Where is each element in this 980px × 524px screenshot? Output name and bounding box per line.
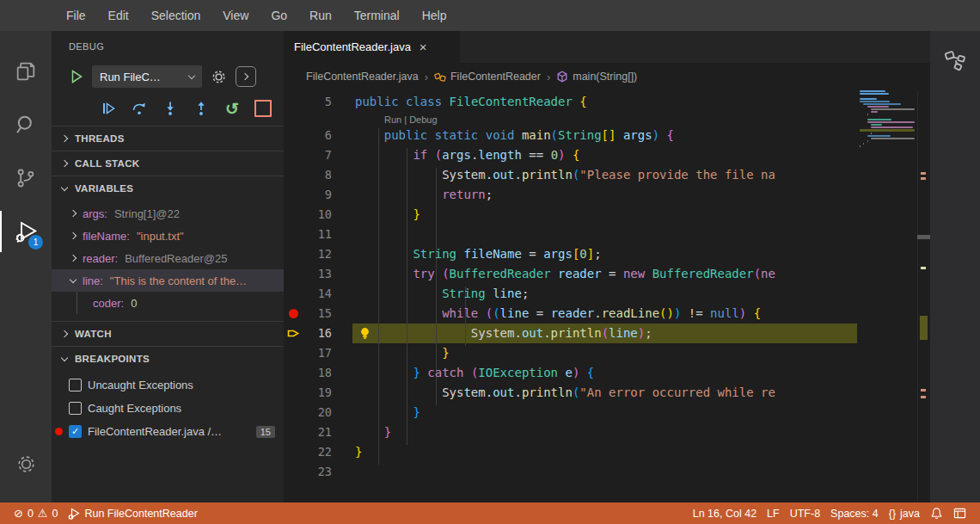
breakpoint-row[interactable]: ✓FileContentReader.java /…15: [52, 420, 284, 443]
debug-settings-gear-icon[interactable]: [211, 69, 227, 85]
code-line[interactable]: 20 }: [284, 403, 930, 422]
code-line[interactable]: 18 } catch (IOException e) {: [284, 363, 930, 383]
code-line[interactable]: 10 }: [284, 205, 930, 225]
scrollbar-thumb[interactable]: [917, 235, 930, 239]
code-line[interactable]: 12 String fileName = args[0];: [284, 244, 930, 264]
menu-view[interactable]: View: [211, 0, 260, 31]
chevron-separator: ›: [425, 71, 428, 83]
notifications-bell[interactable]: [925, 502, 948, 524]
menu-go[interactable]: Go: [260, 0, 298, 31]
editor-group: FileContentReader.java × FileContentRead…: [284, 31, 930, 502]
debug-config-dropdown[interactable]: Run FileC…: [92, 65, 202, 88]
code-line[interactable]: 5public class FileContentReader {: [284, 92, 930, 112]
language-indicator[interactable]: {} java: [884, 502, 925, 524]
variable-row[interactable]: args:String[1]@22: [52, 202, 284, 225]
variable-name: fileName:: [83, 230, 130, 243]
breadcrumb-method[interactable]: main(String[]): [556, 71, 637, 83]
code-line[interactable]: 11: [284, 225, 930, 244]
minimap-line: [871, 133, 872, 134]
section-breakpoints[interactable]: BREAKPOINTS: [52, 346, 284, 371]
hierarchy-icon[interactable]: [942, 48, 968, 74]
breadcrumb-file[interactable]: FileContentReader.java: [306, 71, 419, 83]
code-line[interactable]: 17 }: [284, 343, 930, 363]
variable-row[interactable]: coder:0: [52, 292, 284, 314]
codelens-run-debug[interactable]: Run | Debug: [384, 114, 438, 125]
breakpoint-label: FileContentReader.java /…: [88, 425, 222, 438]
menu-run[interactable]: Run: [298, 0, 343, 31]
source-control-icon[interactable]: [0, 151, 52, 205]
code-line[interactable]: 6 public static void main(String[] args)…: [284, 126, 930, 145]
menu-terminal[interactable]: Terminal: [343, 0, 411, 31]
code-line[interactable]: 19 System.out.println("An error occurred…: [284, 383, 930, 403]
code-text: public static void main(String[] args) {: [355, 126, 674, 145]
breakpoint-checkbox[interactable]: ✓: [69, 425, 82, 438]
layout-toggle[interactable]: [948, 502, 971, 524]
menu-file[interactable]: File: [55, 0, 97, 31]
settings-gear-icon[interactable]: [0, 437, 52, 490]
continue-button[interactable]: [100, 100, 117, 117]
breakpoint-icon[interactable]: [289, 309, 298, 318]
debug-run-indicator[interactable]: Run FileContentReader: [63, 502, 202, 524]
code-line[interactable]: 8 System.out.println("Please provide the…: [284, 165, 930, 185]
code-line[interactable]: 7 if (args.length == 0) {: [284, 145, 930, 165]
breadcrumb-class[interactable]: FileContentReader: [434, 71, 541, 83]
step-out-button[interactable]: [193, 100, 210, 117]
menu-selection[interactable]: Selection: [140, 0, 212, 31]
code-line[interactable]: 13 try (BufferedReader reader = new Buff…: [284, 264, 930, 284]
minimap-line: [871, 108, 915, 110]
problems-indicator[interactable]: ⊘ 0 ⚠ 0: [9, 502, 63, 524]
overview-mark: [921, 389, 926, 391]
breakpoint-row[interactable]: Caught Exceptions: [52, 397, 284, 420]
section-threads[interactable]: THREADS: [52, 126, 284, 151]
line-number: 8: [306, 165, 332, 185]
menu-help[interactable]: Help: [411, 0, 458, 31]
language-label: java: [900, 508, 920, 520]
menu-edit[interactable]: Edit: [97, 0, 140, 31]
section-call-stack[interactable]: CALL STACK: [52, 151, 284, 176]
code-line[interactable]: 9 return;: [284, 185, 930, 205]
gutter-margin: [284, 363, 306, 383]
section-watch[interactable]: WATCH: [52, 321, 284, 346]
variable-row[interactable]: line:"This is the content of the…: [52, 269, 284, 292]
search-icon[interactable]: [0, 98, 52, 151]
tab-filecontentreader[interactable]: FileContentReader.java ×: [284, 31, 460, 63]
section-variables[interactable]: VARIABLES: [52, 176, 284, 200]
debug-config-label: Run FileC…: [100, 71, 161, 83]
step-over-button[interactable]: [131, 100, 148, 117]
breakpoint-row[interactable]: Uncaught Exceptions: [52, 373, 284, 397]
cursor-position[interactable]: Ln 16, Col 42: [688, 502, 762, 524]
line-number: 10: [306, 205, 332, 225]
variable-row[interactable]: reader:BufferedReader@25: [52, 247, 284, 269]
variable-value: 0: [131, 297, 137, 310]
breakpoint-checkbox[interactable]: [69, 379, 82, 391]
close-icon[interactable]: ×: [420, 40, 427, 54]
variable-row[interactable]: fileName:"input.txt": [52, 225, 284, 247]
run-and-debug-icon[interactable]: 1: [0, 205, 52, 258]
start-debugging-button[interactable]: [70, 70, 83, 83]
indentation-indicator[interactable]: Spaces: 4: [825, 502, 884, 524]
code-line[interactable]: 23: [284, 462, 930, 482]
section-label: CALL STACK: [75, 158, 139, 169]
minimap[interactable]: [857, 90, 930, 502]
chevron-right-icon: [70, 210, 77, 217]
code-line[interactable]: 15 while ((line = reader.readLine()) != …: [284, 304, 930, 324]
code-line[interactable]: 16 System.out.println(line);: [284, 324, 930, 343]
minimap-line: [860, 129, 915, 132]
explorer-icon[interactable]: [0, 45, 52, 98]
eol-indicator[interactable]: LF: [762, 502, 785, 524]
stop-button[interactable]: [254, 100, 272, 117]
code-line[interactable]: 21 }: [284, 422, 930, 442]
minimap-line: [871, 126, 912, 128]
code-editor[interactable]: 5public class FileContentReader {Run | D…: [284, 90, 930, 502]
lightbulb-icon[interactable]: [359, 327, 371, 340]
line-number: 17: [306, 343, 332, 363]
variable-name: coder:: [93, 297, 124, 310]
step-into-button[interactable]: [162, 100, 179, 117]
encoding-indicator[interactable]: UTF-8: [785, 502, 825, 524]
code-line[interactable]: 14 String line;: [284, 284, 930, 304]
restart-button[interactable]: ↺: [224, 100, 241, 117]
code-lines: 5public class FileContentReader {Run | D…: [284, 92, 930, 482]
code-line[interactable]: 22}: [284, 442, 930, 462]
debug-console-button[interactable]: [236, 66, 256, 87]
breakpoint-checkbox[interactable]: [69, 402, 82, 415]
